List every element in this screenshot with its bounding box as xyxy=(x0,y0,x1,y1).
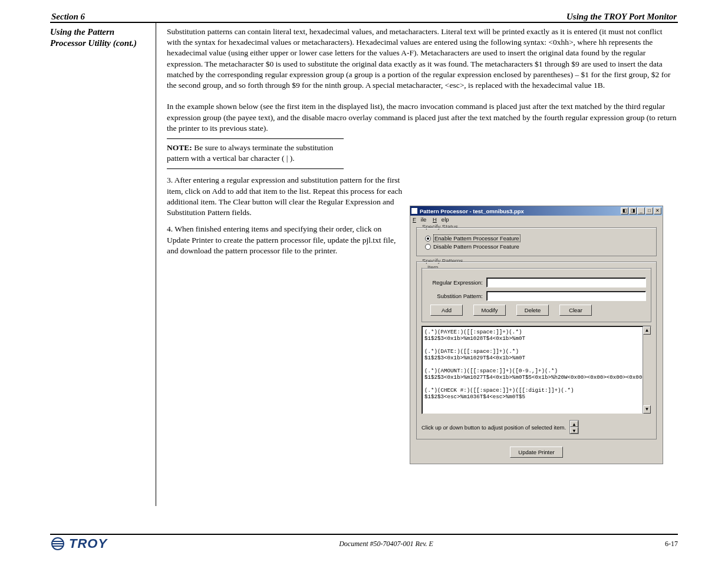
section-label: Section 6 xyxy=(51,12,85,22)
label-regex: Regular Expression: xyxy=(427,279,483,286)
note-block: NOTE: Be sure to always terminate the su… xyxy=(167,143,344,164)
menubar: File Help xyxy=(410,216,663,223)
modify-button[interactable]: Modify xyxy=(473,305,506,316)
paragraph-2: In the example shown below (see the firs… xyxy=(167,101,678,134)
svg-rect-1 xyxy=(52,541,64,542)
reorder-spinner: ▲ ▼ xyxy=(569,420,579,434)
page-frame: Section 6 Using the TROY Port Monitor Us… xyxy=(50,24,678,506)
radio-disable-label: Disable Pattern Processor Feature xyxy=(433,243,519,250)
patterns-list[interactable]: (.*)(PAYEE:)([[:space:]]+)(.*) $1$2$3<0x… xyxy=(421,326,651,414)
radio-icon xyxy=(425,244,431,250)
delete-button[interactable]: Delete xyxy=(516,305,549,316)
pattern-processor-window: Pattern Processor - test_omnibus3.ppx ◧ … xyxy=(410,206,663,464)
paragraph-1: Substitution patterns can contain litera… xyxy=(167,27,678,91)
note-rule-bottom xyxy=(167,168,344,169)
window-title: Pattern Processor - test_omnibus3.ppx xyxy=(420,208,524,214)
sidebar-heading: Using the Pattern Processor Utility (con… xyxy=(50,27,151,49)
main-content: Substitution patterns can contain litera… xyxy=(156,23,678,506)
footer-rule xyxy=(50,534,678,535)
app-icon xyxy=(411,208,417,214)
step-4: 4. When finished entering items and spec… xyxy=(167,224,403,256)
regex-input[interactable] xyxy=(486,277,646,287)
update-printer-button[interactable]: Update Printer xyxy=(510,447,563,458)
brand-logo-icon xyxy=(50,537,65,550)
brand-text: TROY xyxy=(69,536,107,551)
note-label: NOTE: xyxy=(167,143,192,152)
spinner-down-icon[interactable]: ▼ xyxy=(570,427,578,434)
group-item: Regular Expression: Substition Pattern: … xyxy=(421,267,651,322)
list-scrollbar[interactable]: ▲ ▼ xyxy=(643,326,651,414)
svg-rect-3 xyxy=(52,546,64,547)
dock-left-button[interactable]: ◧ xyxy=(621,207,628,214)
titlebar[interactable]: Pattern Processor - test_omnibus3.ppx ◧ … xyxy=(410,206,663,216)
add-button[interactable]: Add xyxy=(430,305,463,316)
note-body: Be sure to always terminate the substitu… xyxy=(167,143,333,163)
radio-enable[interactable]: Enable Pattern Processor Feature xyxy=(425,234,651,242)
radio-disable[interactable]: Disable Pattern Processor Feature xyxy=(425,243,651,250)
brand-logo: TROY xyxy=(50,536,107,551)
step-3: 3. After entering a regular expression a… xyxy=(167,175,403,218)
minimize-button[interactable]: _ xyxy=(637,207,645,214)
radio-enable-label: Enable Pattern Processor Feature xyxy=(433,234,521,242)
spinner-up-icon[interactable]: ▲ xyxy=(570,421,578,427)
group-specify-status: Enable Pattern Processor Feature Disable… xyxy=(416,227,657,256)
scroll-down-icon[interactable]: ▼ xyxy=(643,405,651,414)
sidebar: Using the Pattern Processor Utility (con… xyxy=(50,23,156,506)
radio-icon xyxy=(425,236,431,242)
page-footer: TROY Document #50-70407-001 Rev. E 6-17 xyxy=(50,534,678,551)
menu-file[interactable]: File xyxy=(413,216,426,223)
footer-doc-id: Document #50-70407-001 Rev. E xyxy=(339,540,433,548)
footer-page-num: 6-17 xyxy=(665,540,678,548)
label-subst: Substition Pattern: xyxy=(427,293,483,299)
reorder-hint: Click up or down button to adjust positi… xyxy=(421,424,566,431)
svg-rect-2 xyxy=(52,543,64,544)
clear-button[interactable]: Clear xyxy=(559,305,592,316)
menu-help[interactable]: Help xyxy=(433,216,449,223)
note-rule-top xyxy=(167,138,344,139)
section-title: Using the TROY Port Monitor xyxy=(566,12,677,22)
substitution-input[interactable] xyxy=(486,291,646,301)
group-specify-patterns: Regular Expression: Substition Pattern: … xyxy=(416,261,657,439)
page-header: Section 6 Using the TROY Port Monitor xyxy=(50,12,678,22)
scroll-up-icon[interactable]: ▲ xyxy=(643,326,651,335)
dock-right-button[interactable]: ◨ xyxy=(629,207,637,214)
window-controls: ◧ ◨ _ □ ✕ xyxy=(621,207,661,214)
maximize-button[interactable]: □ xyxy=(645,207,653,214)
close-button[interactable]: ✕ xyxy=(654,207,661,214)
